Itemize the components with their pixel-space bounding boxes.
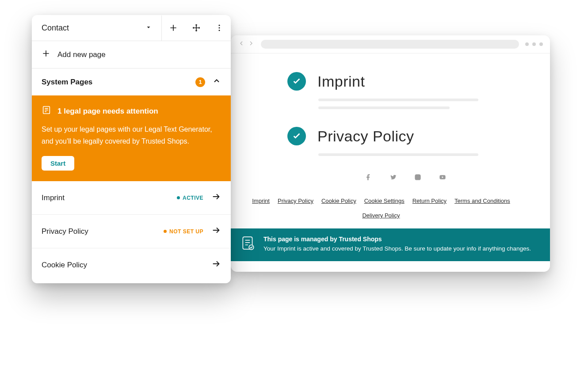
add-new-page[interactable]: Add new page <box>32 41 231 68</box>
banner-title: This page is managed by Trusted Shops <box>263 236 531 243</box>
back-icon[interactable] <box>238 40 245 49</box>
chevron-up-icon <box>212 76 221 87</box>
banner-description: Your Imprint is active and covered by Tr… <box>263 244 531 253</box>
trusted-shops-banner: This page is managed by Trusted Shops Yo… <box>231 228 550 261</box>
arrow-right-icon <box>211 192 221 204</box>
preview-section-imprint: Imprint <box>287 72 523 91</box>
preview-heading: Imprint <box>317 73 365 90</box>
instagram-icon[interactable] <box>414 174 421 182</box>
caret-down-icon <box>145 23 152 33</box>
social-icons <box>287 174 523 182</box>
footer-links: Imprint Privacy Policy Cookie Policy Coo… <box>239 195 523 228</box>
footer-link[interactable]: Cookie Settings <box>364 198 405 204</box>
check-circle-icon <box>287 72 306 91</box>
svg-point-8 <box>219 25 220 26</box>
browser-nav-arrows <box>238 40 255 49</box>
more-button[interactable] <box>208 15 231 41</box>
preview-browser: Imprint Privacy Policy Imprint Privacy P… <box>231 35 550 272</box>
page-item-imprint[interactable]: Imprint ACTIVE <box>32 181 231 215</box>
address-bar[interactable] <box>261 40 519 49</box>
footer-link[interactable]: Privacy Policy <box>278 198 313 204</box>
legal-attention-alert: 1 legal page needs attention Set up your… <box>32 95 231 181</box>
status-badge: NOT SET UP <box>164 228 203 235</box>
facebook-icon[interactable] <box>365 174 372 182</box>
arrow-right-icon <box>211 225 221 237</box>
window-dots-icon <box>525 42 543 46</box>
add-button[interactable] <box>162 15 185 41</box>
panel-header: Contact <box>32 15 231 41</box>
page-item-privacy[interactable]: Privacy Policy NOT SET UP <box>32 215 231 248</box>
plus-icon <box>42 49 50 60</box>
preview-text-placeholder <box>318 153 523 156</box>
status-badge: ACTIVE <box>177 195 203 201</box>
footer-link[interactable]: Cookie Policy <box>321 198 356 204</box>
browser-chrome <box>231 35 550 53</box>
preview-heading: Privacy Policy <box>317 128 414 145</box>
page-name: Privacy Policy <box>42 227 88 236</box>
system-pages-section[interactable]: System Pages 1 <box>32 68 231 95</box>
move-button[interactable] <box>185 15 208 41</box>
arrow-right-icon <box>211 259 221 271</box>
twitter-icon[interactable] <box>389 174 397 182</box>
status-dot-icon <box>177 196 180 199</box>
page-name: Imprint <box>42 194 65 202</box>
page-select-label: Contact <box>42 23 69 33</box>
alert-title: 1 legal page needs attention <box>57 107 158 116</box>
preview-body: Imprint Privacy Policy Imprint Privacy P… <box>231 53 550 272</box>
youtube-icon[interactable] <box>439 174 446 182</box>
footer-link[interactable]: Terms and Conditions <box>454 198 510 204</box>
page-select-dropdown[interactable]: Contact <box>32 15 162 41</box>
start-button[interactable]: Start <box>42 156 74 171</box>
footer-link[interactable]: Return Policy <box>412 198 447 204</box>
svg-point-2 <box>419 175 420 176</box>
page-item-cookie[interactable]: Cookie Policy <box>32 248 231 283</box>
check-circle-icon <box>287 127 306 145</box>
section-title: System Pages <box>42 78 92 87</box>
alert-description: Set up your legal pages with our Legal T… <box>42 123 221 147</box>
document-icon <box>42 105 51 117</box>
footer-link[interactable]: Delivery Policy <box>362 212 400 219</box>
status-dot-icon <box>164 230 167 233</box>
forward-icon[interactable] <box>248 40 255 49</box>
svg-point-10 <box>219 30 220 31</box>
document-check-icon <box>241 236 256 251</box>
page-name: Cookie Policy <box>42 261 87 270</box>
footer-link[interactable]: Imprint <box>252 198 270 204</box>
preview-section-privacy: Privacy Policy <box>287 127 523 145</box>
pages-panel: Contact Add new page Sy <box>32 15 231 283</box>
attention-badge: 1 <box>195 77 205 87</box>
svg-point-1 <box>416 176 419 178</box>
preview-text-placeholder <box>318 99 523 109</box>
svg-point-9 <box>219 27 220 29</box>
add-page-label: Add new page <box>57 50 106 59</box>
